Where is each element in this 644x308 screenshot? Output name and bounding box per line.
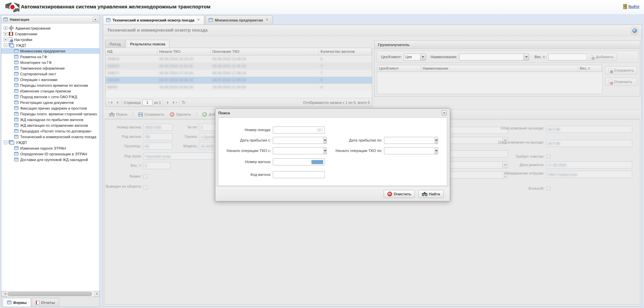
prev-page-icon[interactable]: [114, 100, 120, 105]
удалить-toolbar-button[interactable]: Удалить: [168, 111, 193, 117]
tree-leaf[interactable]: Подход вагонов с сети ОАО РЖД: [1, 94, 99, 100]
tree-leaf[interactable]: Мониторинг на ГФ: [1, 60, 99, 65]
arrival-to-combo[interactable]: [384, 137, 436, 144]
table-row[interactable]: 10534504.07.2016 10:45:1604.07.2016 11:0…: [105, 77, 372, 84]
column-header[interactable]: Цех/Клиент: [377, 65, 421, 72]
leasing-checkbox[interactable]: [143, 174, 147, 179]
horizontal-scrollbar[interactable]: [1, 291, 99, 297]
column-header[interactable]: Начало ТКО: [158, 48, 211, 55]
name-combo[interactable]: [459, 53, 529, 61]
column-header[interactable]: Наименование: [421, 65, 578, 72]
chevron-down-icon[interactable]: [324, 147, 327, 154]
tree-leaf[interactable]: Операции с вагонами: [1, 77, 99, 82]
tko-start-to-input[interactable]: [384, 147, 435, 154]
last-page-icon[interactable]: [171, 100, 177, 105]
sick-checkbox[interactable]: [546, 186, 551, 191]
tree-leaf[interactable]: ЖД квитанция по отправлению вагонов: [1, 122, 99, 128]
chevron-down-icon[interactable]: [435, 137, 438, 144]
logout-link[interactable]: Выйти: [628, 4, 639, 8]
form-field[interactable]: Горновой шлак: [143, 153, 214, 160]
tree-leaf[interactable]: Технический и коммерческий осмотр поезда: [1, 134, 99, 140]
cancel-consignee-button[interactable]: Отменить: [605, 78, 637, 86]
сохранить-toolbar-button[interactable]: Сохранить: [136, 112, 166, 117]
tree-leaf[interactable]: Мнемосхема предприятия: [1, 48, 99, 54]
withdrawn-checkbox[interactable]: [143, 185, 147, 190]
chevron-down-icon[interactable]: [324, 137, 327, 144]
wagon-code-field[interactable]: [273, 171, 325, 178]
collapse-panel-button[interactable]: «: [93, 17, 98, 22]
tree-leaf[interactable]: Разметка на ГФ: [1, 54, 99, 60]
close-icon[interactable]: ✕: [265, 18, 269, 22]
collapse-node-icon[interactable]: −: [4, 141, 7, 144]
form-field[interactable]: 17.05.2016: [546, 161, 632, 168]
type-combo-value[interactable]: Цех: [404, 53, 420, 61]
form-field[interactable]: ИСТЭК: [546, 140, 632, 147]
table-row[interactable]: 9805516.05.2015 10:56:1616.05.2015 11:40…: [105, 84, 372, 91]
first-page-icon[interactable]: [108, 100, 114, 105]
find-button[interactable]: Найти: [418, 190, 444, 198]
tree-node[interactable]: +Справочники: [1, 31, 99, 37]
needs-cleaning-checkbox[interactable]: [546, 154, 551, 159]
tree-leaf[interactable]: Изменение станции приписки: [1, 88, 99, 94]
поиск-toolbar-button[interactable]: Поиск: [107, 112, 129, 117]
refresh-icon[interactable]: ↻: [182, 100, 185, 105]
tree-leaf[interactable]: Изменения пароля ЭТРАН: [1, 145, 99, 151]
arrival-to-input[interactable]: [384, 137, 435, 144]
column-header[interactable]: ИД: [105, 48, 158, 55]
form-field[interactable]: 0: [143, 162, 171, 169]
help-button[interactable]: [631, 27, 638, 34]
column-header[interactable]: Вес, т.: [578, 65, 602, 72]
subtab-train[interactable]: Поезд: [105, 40, 125, 48]
clear-button[interactable]: Очистить: [384, 190, 415, 198]
chevron-down-icon[interactable]: [523, 53, 529, 61]
scroll-right-icon[interactable]: [94, 291, 99, 297]
table-row[interactable]: 10457730.06.2016 17:16:1630.06.2016 17:3…: [105, 70, 372, 77]
wagon-number-field[interactable]: 72245: [273, 158, 325, 165]
expand-node-icon[interactable]: +: [4, 26, 7, 30]
expand-node-icon[interactable]: +: [4, 32, 7, 36]
close-icon[interactable]: ✕: [442, 110, 447, 115]
table-row[interactable]: 10452230.06.2016 11:16:1630.06.2016 11:3…: [105, 63, 372, 70]
column-header[interactable]: Количество вагонов: [319, 48, 372, 55]
scrollbar-thumb[interactable]: [7, 292, 92, 296]
wagon-code-input[interactable]: [273, 171, 325, 178]
page-input[interactable]: [142, 100, 153, 106]
tree-leaf[interactable]: Таможенное оформление: [1, 65, 99, 71]
tree-node[interactable]: −УЖДТ: [1, 42, 99, 48]
close-icon[interactable]: ✕: [197, 18, 201, 22]
logout[interactable]: Выйти: [622, 4, 639, 8]
expand-node-icon[interactable]: +: [4, 38, 7, 41]
column-header[interactable]: Окончание ТКО: [211, 48, 319, 55]
tree-leaf[interactable]: Периоды платного времени по вагонам: [1, 82, 99, 88]
tree-leaf[interactable]: Регистрация сдачи документов: [1, 100, 99, 105]
train-number-field[interactable]: 257: [273, 126, 325, 133]
form-field[interactable]: ОАО Северсталь: [546, 171, 632, 178]
tko-start-to-combo[interactable]: [384, 147, 436, 154]
tree-node[interactable]: +Администрирование: [1, 25, 99, 31]
tree-leaf[interactable]: ЖД накладная по прибытию вагонов: [1, 117, 99, 122]
chevron-down-icon[interactable]: [435, 147, 438, 154]
tree-leaf[interactable]: Процедура «Расчет платы по договорам»: [1, 128, 99, 134]
subtab-search-results[interactable]: Результаты поиска: [126, 40, 169, 48]
tab-forms[interactable]: Формы: [3, 298, 31, 307]
table-row[interactable]: 10451630.06.2016 10:15:1630.06.2016 10:4…: [105, 55, 372, 63]
tree-leaf[interactable]: Определение ID организации в ЭТРАН: [1, 151, 99, 157]
tab-reports[interactable]: Отчеты: [32, 298, 59, 307]
dialog-header[interactable]: Поиск ✕: [215, 109, 450, 117]
name-combo-input[interactable]: [459, 53, 523, 61]
type-combo[interactable]: Цех: [404, 53, 426, 61]
tko-start-from-combo[interactable]: [273, 147, 325, 154]
add-consignee-button[interactable]: Добавить: [587, 53, 617, 61]
tree-leaf[interactable]: Доставки для групповой ЖД накладной: [1, 157, 99, 162]
collapse-node-icon[interactable]: −: [4, 43, 7, 47]
tab-inspection[interactable]: Технический и коммерческий осмотр поезда…: [103, 15, 204, 25]
tko-start-from-input[interactable]: [273, 147, 324, 154]
form-field[interactable]: ИСТЭК: [546, 126, 632, 133]
tree-leaf[interactable]: Фиксация причин задержек и простоев: [1, 105, 99, 111]
tree-leaf[interactable]: Периоды платн. времени сторонней организ…: [1, 111, 99, 117]
weight-spinner[interactable]: [548, 53, 579, 61]
tree-node[interactable]: +Настройки: [1, 37, 99, 42]
save-consignee-button[interactable]: Сохранить: [605, 66, 637, 74]
arrival-from-input[interactable]: [273, 137, 324, 144]
tab-mnemoscheme[interactable]: Мнемосхема предприятия ✕: [205, 15, 273, 25]
